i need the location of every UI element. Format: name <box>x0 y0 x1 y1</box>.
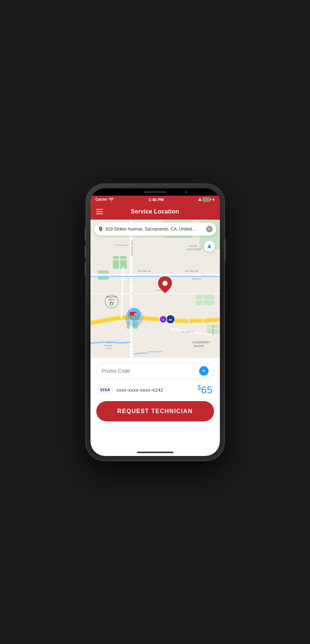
svg-rect-59 <box>134 313 137 315</box>
svg-rect-9 <box>90 273 220 276</box>
battery-indicator <box>203 198 211 201</box>
address-bar[interactable]: 819 Striker Avenue, Sacramento, CA, Unit… <box>94 223 216 236</box>
header-title: Service Location <box>131 208 179 215</box>
svg-text:Norwood Ave: Norwood Ave <box>212 325 214 336</box>
svg-text:MANOR: MANOR <box>194 345 204 347</box>
status-left: Carrier <box>96 197 114 201</box>
address-text: 819 Striker Avenue, Sacramento, CA, Unit… <box>106 227 206 232</box>
card-number: xxxx-xxxx-xxxx-4242 <box>116 387 197 393</box>
svg-text:Pebblewood Dr: Pebblewood Dr <box>149 351 162 353</box>
price-amount: 65 <box>201 384 212 396</box>
phone-top-bar <box>90 188 220 196</box>
front-camera <box>185 191 187 193</box>
promo-code-container[interactable] <box>96 363 214 379</box>
screen: Carrier 1:46 PM <box>90 196 220 456</box>
charging-icon <box>212 198 214 201</box>
svg-text:STRAWBERRY: STRAWBERRY <box>192 341 210 344</box>
clear-address-button[interactable] <box>206 226 213 232</box>
svg-text:80: 80 <box>169 318 172 321</box>
speaker-grill <box>144 191 166 193</box>
phone-inner: Carrier 1:46 PM <box>90 188 220 456</box>
svg-text:Arena: Arena <box>109 299 115 301</box>
wifi-icon <box>109 198 114 201</box>
svg-point-60 <box>130 315 132 317</box>
bottom-panel: VISA xxxx-xxxx-xxxx-4242 $65 REQUEST TEC… <box>90 358 220 427</box>
request-technician-button[interactable]: REQUEST TECHNICIAN <box>96 401 214 421</box>
svg-text:San Juan Rd: San Juan Rd <box>181 331 194 333</box>
svg-text:East: East <box>107 341 111 344</box>
svg-point-54 <box>162 281 168 286</box>
navigation-arrow-icon <box>206 243 212 249</box>
svg-text:Club Center Dr: Club Center Dr <box>115 244 129 246</box>
svg-text:Natomas Blvd: Natomas Blvd <box>130 240 133 256</box>
svg-text:⬟: ⬟ <box>110 303 113 305</box>
navigation-arrow-button[interactable] <box>204 241 215 252</box>
svg-text:✦: ✦ <box>162 319 164 321</box>
currency-symbol: $ <box>197 384 201 391</box>
svg-text:Drainage: Drainage <box>104 344 112 347</box>
promo-add-button[interactable] <box>199 366 209 376</box>
svg-rect-10 <box>90 292 220 295</box>
promo-code-input[interactable] <box>102 368 199 374</box>
svg-text:Del Paso Rd: Del Paso Rd <box>185 270 198 272</box>
app-header: Service Location <box>90 204 220 220</box>
home-indicator[interactable] <box>137 452 173 453</box>
status-bar: Carrier 1:46 PM <box>90 196 220 204</box>
svg-text:VIEW ACRES: VIEW ACRES <box>187 248 202 251</box>
status-time: 1:46 PM <box>149 197 164 202</box>
price-display: $65 <box>197 384 212 396</box>
svg-text:Sleep Train: Sleep Train <box>106 296 117 298</box>
payment-row: VISA xxxx-xxxx-xxxx-4242 $65 <box>96 384 214 396</box>
visa-badge: VISA <box>98 387 113 393</box>
svg-text:Canal: Canal <box>106 347 111 349</box>
svg-text:VALLEY: VALLEY <box>189 245 198 247</box>
svg-text:Main Ave: Main Ave <box>192 278 201 280</box>
map-container[interactable]: 80 ✦ Sleep Train Arena ⬟ <box>90 220 220 358</box>
svg-point-61 <box>134 315 136 317</box>
status-right <box>198 198 214 201</box>
address-location-pin-icon <box>98 226 104 232</box>
hamburger-menu-button[interactable] <box>96 209 103 214</box>
map-view: 80 ✦ Sleep Train Arena ⬟ <box>90 220 220 358</box>
svg-text:Del Paso Rd: Del Paso Rd <box>138 270 151 272</box>
phone-frame: Carrier 1:46 PM <box>86 184 224 460</box>
carrier-label: Carrier <box>96 197 108 201</box>
location-arrow-icon <box>198 198 202 201</box>
